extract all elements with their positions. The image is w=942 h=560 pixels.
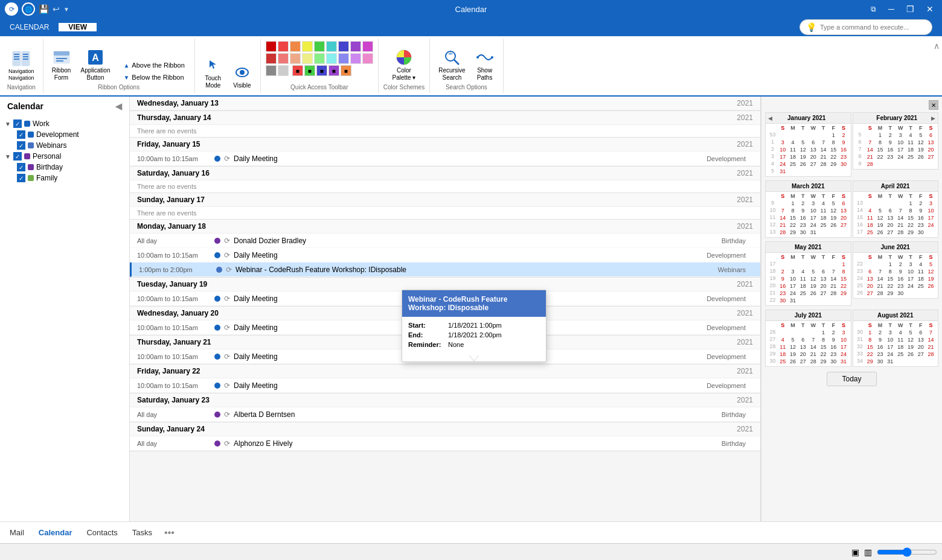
mini-cal-cell[interactable]: 15 (818, 343, 828, 351)
mini-cal-cell[interactable]: 18 (818, 214, 828, 221)
mini-cal-cell[interactable]: 31 (839, 358, 849, 365)
mini-cal-cell[interactable]: 21 (896, 221, 906, 229)
above-ribbon-button[interactable]: ▲ Above the Ribbon (118, 60, 189, 71)
mini-cal-cell[interactable]: 19 (875, 221, 885, 229)
mini-cal-cell[interactable]: 13 (839, 207, 849, 214)
mini-cal-cell[interactable]: 23 (798, 221, 808, 229)
close-button[interactable]: ✕ (923, 3, 937, 15)
mini-cal-cell[interactable]: 5 (808, 268, 818, 275)
color-cell[interactable] (290, 41, 301, 52)
mini-cal-cell[interactable]: 11 (818, 207, 828, 214)
mini-cal-cell[interactable]: 22 (885, 282, 896, 290)
mini-cal-cell[interactable]: 7 (926, 329, 936, 336)
ribbon-form-button[interactable]: RibbonForm (48, 46, 75, 83)
navigation-button[interactable]: NavigationNavigation (5, 48, 38, 83)
mini-cal-cell[interactable]: 4 (915, 261, 926, 268)
mini-cal-cell[interactable]: 10 (778, 146, 788, 153)
mini-cal-cell[interactable]: 28 (926, 351, 936, 358)
mini-cal-cell[interactable]: 22 (828, 153, 839, 161)
color-cell[interactable] (278, 53, 289, 64)
touch-mode-button[interactable]: TouchMode (200, 54, 226, 91)
application-button-button[interactable]: A ApplicationButton (77, 46, 114, 83)
color-palette-button[interactable]: ColorPalette ▾ (389, 46, 420, 83)
mini-cal-cell[interactable]: 3 (778, 139, 788, 146)
mini-cal-cell[interactable]: 9 (885, 139, 896, 146)
mini-cal-cell[interactable]: 27 (885, 229, 896, 236)
mini-cal-cell[interactable]: 24 (906, 282, 916, 290)
event-row[interactable]: 10:00am to 10:15am⟳Daily MeetingDevelopm… (130, 248, 760, 262)
recursive-search-button[interactable]: RecursiveSearch (435, 46, 469, 83)
mini-cal-cell[interactable]: 28 (818, 161, 828, 168)
next-month-button[interactable]: ▶ (931, 115, 935, 121)
mini-cal-cell[interactable]: 20 (915, 343, 926, 351)
mini-cal-cell[interactable]: 16 (798, 214, 808, 221)
purple-icon[interactable]: ■ (328, 65, 339, 76)
mini-cal-cell[interactable]: 17 (885, 343, 896, 351)
mini-cal-cell[interactable]: 7 (828, 268, 839, 275)
event-row[interactable]: 10:00am to 10:15am⟳Daily MeetingDevelopm… (130, 378, 760, 393)
mini-cal-cell[interactable]: 12 (828, 207, 839, 214)
mini-cal-cell[interactable]: 29 (828, 161, 839, 168)
mini-cal-cell[interactable]: 3 (839, 329, 849, 336)
mini-cal-cell[interactable]: 11 (788, 146, 798, 153)
mini-cal-cell[interactable]: 31 (885, 358, 896, 365)
mini-cal-cell[interactable]: 16 (839, 146, 849, 153)
red-icon[interactable]: ■ (292, 65, 303, 76)
mini-cal-cell[interactable]: 14 (778, 214, 788, 221)
mini-cal-cell[interactable]: 30 (798, 229, 808, 236)
mini-cal-cell[interactable]: 22 (818, 351, 828, 358)
mini-cal-cell[interactable]: 15 (788, 214, 798, 221)
mini-cal-cell[interactable]: 13 (885, 214, 896, 221)
mini-cal-cell[interactable]: 12 (915, 139, 926, 146)
mini-cal-cell[interactable]: 23 (839, 153, 849, 161)
mini-cal-cell[interactable]: 31 (788, 297, 798, 304)
color-cell[interactable] (362, 53, 373, 64)
color-cell[interactable] (302, 41, 313, 52)
event-row[interactable]: All day⟳Alphonzo E HivelyBirthday (130, 436, 760, 451)
mini-cal-cell[interactable]: 10 (906, 268, 916, 275)
mini-cal-cell[interactable]: 25 (788, 161, 798, 168)
mini-cal-cell[interactable]: 15 (906, 214, 916, 221)
mini-cal-cell[interactable]: 25 (915, 282, 926, 290)
mini-cal-cell[interactable]: 9 (875, 336, 885, 343)
mini-cal-cell[interactable]: 8 (865, 336, 875, 343)
mini-cal-cell[interactable]: 5 (875, 207, 885, 214)
nav-tasks[interactable]: Tasks (130, 526, 155, 539)
mini-cal-cell[interactable]: 27 (818, 290, 828, 297)
mini-cal-cell[interactable]: 2 (798, 200, 808, 207)
mini-cal-cell[interactable]: 2 (896, 261, 906, 268)
sidebar-item-webinars[interactable]: ✓ Webinars (0, 140, 129, 151)
mini-cal-cell[interactable]: 9 (778, 275, 788, 282)
minimize-button[interactable]: ─ (885, 3, 898, 15)
mini-cal-cell[interactable]: 17 (896, 146, 906, 153)
mini-cal-cell[interactable]: 27 (798, 358, 808, 365)
mini-cal-cell[interactable]: 21 (926, 343, 936, 351)
mini-cal-cell[interactable]: 13 (915, 336, 926, 343)
mini-cal-cell[interactable]: 3 (808, 200, 818, 207)
color-cell[interactable] (314, 41, 325, 52)
quick-access-dropdown[interactable]: ▼ (63, 6, 69, 13)
event-row[interactable]: 10:00am to 10:15am⟳Daily MeetingDevelopm… (130, 151, 760, 166)
mini-cal-cell[interactable]: 13 (798, 343, 808, 351)
mini-cal-cell[interactable]: 1 (875, 132, 885, 139)
mini-cal-cell[interactable]: 5 (828, 200, 839, 207)
mini-cal-cell[interactable]: 26 (915, 153, 926, 161)
quick-access-save[interactable]: 💾 (39, 4, 49, 14)
prev-month-button[interactable]: ◀ (768, 115, 772, 121)
mini-cal-cell[interactable]: 7 (865, 139, 875, 146)
mini-cal-cell[interactable]: 4 (906, 132, 916, 139)
mini-cal-cell[interactable]: 1 (788, 200, 798, 207)
mini-cal-cell[interactable]: 20 (885, 221, 896, 229)
mini-cal-cell[interactable]: 18 (788, 153, 798, 161)
mini-cal-cell[interactable]: 11 (865, 214, 875, 221)
mini-cal-cell[interactable]: 3 (926, 200, 936, 207)
color-cell[interactable] (266, 65, 277, 76)
mini-cal-cell[interactable]: 26 (926, 282, 936, 290)
mini-cal-cell[interactable]: 4 (865, 207, 875, 214)
mini-cal-cell[interactable]: 11 (915, 268, 926, 275)
mini-cal-cell[interactable]: 14 (808, 343, 818, 351)
mini-cal-cell[interactable]: 8 (788, 207, 798, 214)
mini-cal-cell[interactable]: 8 (906, 207, 916, 214)
restore-button[interactable]: ❒ (903, 3, 918, 15)
quick-access-undo[interactable]: ↩ (53, 4, 60, 14)
